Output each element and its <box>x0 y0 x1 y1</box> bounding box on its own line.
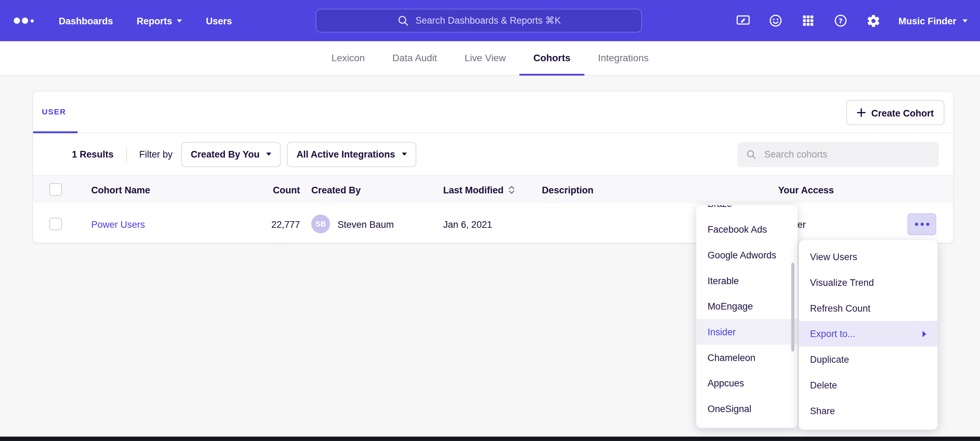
select-all-checkbox[interactable] <box>49 183 62 196</box>
menu-item-appcues[interactable]: Appcues <box>697 371 797 396</box>
tab-label: Integrations <box>598 53 649 64</box>
monitor-edit-icon[interactable] <box>736 13 751 28</box>
chevron-down-icon <box>402 153 407 156</box>
tab-integrations[interactable]: Integrations <box>584 42 662 75</box>
menu-item-view-users[interactable]: View Users <box>799 244 937 270</box>
dot <box>926 222 929 226</box>
menu-item-visualize-trend[interactable]: Visualize Trend <box>799 270 937 295</box>
global-search-input[interactable]: Search Dashboards & Reports ⌘K <box>315 9 642 32</box>
row-context-list: View Users Visualize Trend Refresh Count… <box>799 244 937 423</box>
project-name: Music Finder <box>898 15 956 26</box>
menu-item-delete[interactable]: Delete <box>799 372 937 398</box>
cohort-search-input[interactable] <box>763 148 931 160</box>
created-by-filter-label: Created By You <box>191 149 259 160</box>
chevron-down-icon <box>177 19 182 22</box>
menu-item-insider[interactable]: Insider <box>697 319 797 345</box>
tab-label: Live View <box>465 53 506 64</box>
chevron-down-icon <box>267 153 271 156</box>
tab-label: Lexicon <box>331 53 365 64</box>
chevron-right-icon <box>923 331 926 337</box>
filter-row: 1 Results Filter by Created By You All A… <box>33 133 953 175</box>
brand-logo[interactable] <box>14 18 34 24</box>
row-context-menu: View Users Visualize Trend Refresh Count… <box>799 240 937 430</box>
header-your-access: Your Access <box>768 184 944 195</box>
sort-icon <box>508 185 515 194</box>
app-window: Dashboards Reports Users Search Dashboar… <box>0 0 980 441</box>
menu-item-share[interactable]: Share <box>799 398 937 423</box>
scrollbar-thumb[interactable] <box>791 263 794 351</box>
row-checkbox[interactable] <box>49 218 62 230</box>
window-edge <box>0 436 980 441</box>
export-destinations-menu: Braze Facebook Ads Google Adwords Iterab… <box>697 205 797 428</box>
tab-lexicon[interactable]: Lexicon <box>318 42 379 75</box>
settings-gear-icon[interactable] <box>866 13 881 28</box>
header-count: Count <box>273 184 300 195</box>
menu-item-duplicate[interactable]: Duplicate <box>799 347 937 372</box>
chevron-down-icon <box>963 19 967 22</box>
export-destinations-list: Braze Facebook Ads Google Adwords Iterab… <box>697 205 797 422</box>
nav-reports[interactable]: Reports <box>137 15 182 26</box>
project-switcher[interactable]: Music Finder <box>898 15 967 26</box>
menu-item-moengage[interactable]: MoEngage <box>697 293 797 319</box>
filter-dropdowns: Created By You All Active Integrations <box>181 142 416 166</box>
menu-item-export-to[interactable]: Export to... <box>799 321 937 347</box>
logo-dot <box>14 18 20 24</box>
integrations-filter-dropdown[interactable]: All Active Integrations <box>287 142 416 166</box>
avatar: SB <box>311 214 330 233</box>
plus-icon <box>857 108 865 117</box>
user-type-tab[interactable]: USER <box>33 91 77 133</box>
navbar-right-cluster: ? Music Finder <box>736 13 967 28</box>
results-count: 1 Results <box>72 149 114 160</box>
tab-label: Cohorts <box>533 53 571 64</box>
cohort-count: 22,777 <box>271 219 300 230</box>
dot <box>920 222 923 226</box>
create-cohort-button[interactable]: Create Cohort <box>846 100 944 125</box>
header-cohort-name: Cohort Name <box>91 184 239 195</box>
menu-item-braze[interactable]: Braze <box>697 205 797 216</box>
menu-item-refresh-count[interactable]: Refresh Count <box>799 295 937 321</box>
integrations-filter-label: All Active Integrations <box>296 149 395 160</box>
menu-item-chameleon[interactable]: Chameleon <box>697 345 797 371</box>
table-header: Cohort Name Count Created By Last Modifi… <box>33 175 953 203</box>
created-by-filter-dropdown[interactable]: Created By You <box>181 142 281 166</box>
section-tab-bar: Lexicon Data Audit Live View Cohorts Int… <box>0 42 980 76</box>
nav-users-label: Users <box>206 15 232 26</box>
nav-dashboards[interactable]: Dashboards <box>59 15 113 26</box>
tab-cohorts[interactable]: Cohorts <box>520 42 584 75</box>
dot <box>915 222 918 226</box>
table-row: Power Users 22,777 SB Steven Baum Jan 6,… <box>33 203 953 245</box>
logo-dot <box>22 18 28 24</box>
search-icon <box>746 148 757 160</box>
panel-header: USER Create Cohort <box>33 91 953 133</box>
tab-label: Data Audit <box>392 53 437 64</box>
cohort-search-box <box>737 142 939 166</box>
created-by-cell: SB Steven Baum <box>300 214 433 233</box>
primary-nav: Dashboards Reports Users <box>59 15 232 26</box>
nav-dashboards-label: Dashboards <box>59 15 113 26</box>
tab-data-audit[interactable]: Data Audit <box>379 42 451 75</box>
cohort-name-link[interactable]: Power Users <box>91 219 239 230</box>
header-description: Description <box>532 184 768 195</box>
created-by-name: Steven Baum <box>337 219 394 230</box>
help-icon[interactable]: ? <box>834 13 848 28</box>
apps-grid-icon[interactable] <box>801 13 816 28</box>
divider <box>126 147 127 162</box>
logo-dot <box>30 19 34 22</box>
global-search-placeholder: Search Dashboards & Reports ⌘K <box>415 15 560 26</box>
header-last-modified[interactable]: Last Modified <box>433 184 532 195</box>
filter-by-label: Filter by <box>139 149 173 160</box>
top-navbar: Dashboards Reports Users Search Dashboar… <box>0 0 980 42</box>
menu-item-onesignal[interactable]: OneSignal <box>697 396 797 422</box>
row-actions-button[interactable] <box>907 213 936 235</box>
menu-item-iterable[interactable]: Iterable <box>697 268 797 294</box>
feedback-smiley-icon[interactable] <box>768 13 783 28</box>
create-cohort-label: Create Cohort <box>871 107 934 118</box>
header-created-by: Created By <box>300 184 433 195</box>
nav-users[interactable]: Users <box>206 15 232 26</box>
header-last-modified-label: Last Modified <box>443 184 504 195</box>
user-type-tab-label: USER <box>42 107 66 116</box>
menu-item-facebook-ads[interactable]: Facebook Ads <box>697 216 797 242</box>
tab-live-view[interactable]: Live View <box>451 42 520 75</box>
nav-reports-label: Reports <box>137 15 172 26</box>
menu-item-google-adwords[interactable]: Google Adwords <box>697 242 797 268</box>
